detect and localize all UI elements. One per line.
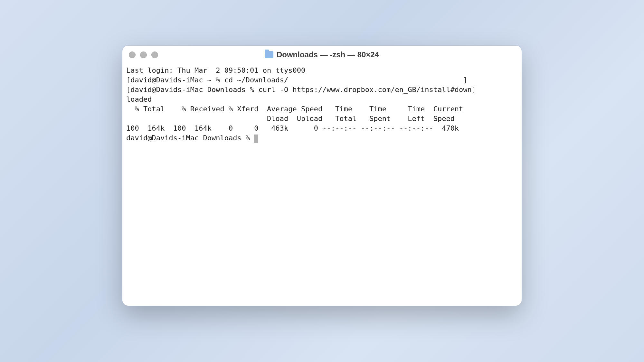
window-title-container: Downloads — -zsh — 80×24 xyxy=(122,50,522,59)
terminal-line: % Total % Received % Xferd Average Speed… xyxy=(126,104,518,114)
terminal-prompt-line: david@Davids-iMac Downloads % xyxy=(126,133,518,143)
terminal-prompt: david@Davids-iMac Downloads % xyxy=(126,134,254,142)
terminal-line: [david@Davids-iMac Downloads % curl -O h… xyxy=(126,85,518,95)
terminal-body[interactable]: Last login: Thu Mar 2 09:50:01 on ttys00… xyxy=(122,64,522,306)
terminal-line: Last login: Thu Mar 2 09:50:01 on ttys00… xyxy=(126,66,518,75)
terminal-window: Downloads — -zsh — 80×24 Last login: Thu… xyxy=(122,46,522,306)
close-button[interactable] xyxy=(129,51,136,58)
titlebar[interactable]: Downloads — -zsh — 80×24 xyxy=(122,46,522,64)
terminal-line: 100 164k 100 164k 0 0 463k 0 --:--:-- --… xyxy=(126,124,518,133)
window-title: Downloads — -zsh — 80×24 xyxy=(277,50,379,59)
traffic-lights xyxy=(129,51,158,58)
maximize-button[interactable] xyxy=(151,51,158,58)
terminal-line: Dload Upload Total Spent Left Speed xyxy=(126,114,518,124)
terminal-line: [david@Davids-iMac ~ % cd ~/Downloads/ ] xyxy=(126,75,518,85)
terminal-line: loaded xyxy=(126,95,518,104)
cursor-icon xyxy=(254,135,258,143)
folder-icon xyxy=(265,51,273,58)
minimize-button[interactable] xyxy=(140,51,147,58)
